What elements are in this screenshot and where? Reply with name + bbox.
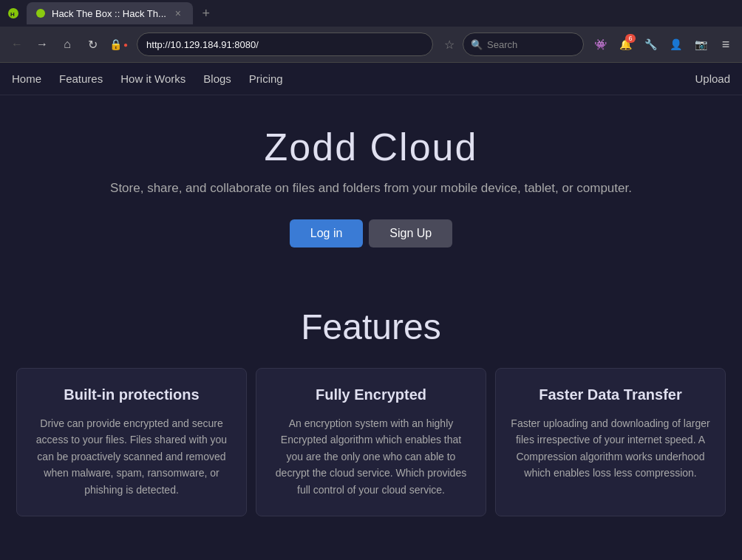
browser-tab[interactable]: Hack The Box :: Hack Th... × xyxy=(27,2,193,24)
hero-subtitle: Store, share, and collaborate on files a… xyxy=(15,181,727,196)
tab-bar: H Hack The Box :: Hack Th... × + xyxy=(0,0,742,27)
nav-link-how-it-works[interactable]: How it Works xyxy=(120,72,186,85)
features-title: Features xyxy=(15,307,727,347)
security-dot-icon: ● xyxy=(123,41,128,49)
features-section: Features Built-in protections Drive can … xyxy=(0,292,742,531)
browser-favicon: H xyxy=(6,6,21,21)
nav-link-pricing[interactable]: Pricing xyxy=(249,72,283,85)
svg-point-2 xyxy=(36,9,45,18)
search-bar[interactable]: 🔍 xyxy=(463,33,584,56)
new-tab-button[interactable]: + xyxy=(196,3,217,24)
notification-button[interactable]: 🔔 6 xyxy=(615,34,636,55)
svg-text:H: H xyxy=(10,11,15,18)
wrench-button[interactable]: 🔧 xyxy=(640,34,661,55)
menu-button[interactable]: ≡ xyxy=(715,34,736,55)
browser-actions: 👾 🔔 6 🔧 👤 📷 ≡ xyxy=(590,34,736,55)
nav-link-blogs[interactable]: Blogs xyxy=(203,72,231,85)
address-bar[interactable]: http://10.129.184.91:8080/ xyxy=(137,33,433,56)
address-text: http://10.129.184.91:8080/ xyxy=(146,39,259,50)
security-icons: 🔒 ● xyxy=(109,38,128,50)
mask-button[interactable]: 👾 xyxy=(590,34,610,55)
feature-card-1: Fully Encrypted An encryption system wit… xyxy=(256,368,486,516)
nav-links: Home Features How it Works Blogs Pricing xyxy=(12,72,695,85)
forward-button[interactable]: → xyxy=(31,33,53,55)
tab-close-button[interactable]: × xyxy=(172,7,184,19)
feature-card-text-2: Faster uploading and downloading of larg… xyxy=(511,415,710,482)
back-button[interactable]: ← xyxy=(6,33,28,55)
feature-card-title-2: Faster Data Transfer xyxy=(511,386,710,403)
bookmark-button[interactable]: ☆ xyxy=(439,34,460,55)
feature-card-text-1: An encryption system with an highly Encr… xyxy=(271,415,471,498)
search-input[interactable] xyxy=(487,39,576,50)
nav-link-home[interactable]: Home xyxy=(12,72,41,85)
profile-button[interactable]: 👤 xyxy=(665,34,686,55)
main-content: Zodd Cloud Store, share, and collaborate… xyxy=(0,95,742,292)
upload-button[interactable]: Upload xyxy=(695,72,730,85)
camera-button[interactable]: 📷 xyxy=(690,34,711,55)
feature-card-text-0: Drive can provide encrypted and secure a… xyxy=(32,415,231,498)
lock-icon: 🔒 xyxy=(109,38,122,50)
browser-toolbar: ← → ⌂ ↻ 🔒 ● http://10.129.184.91:8080/ ☆… xyxy=(0,27,742,62)
feature-card-title-0: Built-in protections xyxy=(32,386,231,403)
home-button[interactable]: ⌂ xyxy=(56,33,78,55)
refresh-button[interactable]: ↻ xyxy=(81,33,103,55)
login-button[interactable]: Log in xyxy=(290,219,364,247)
signup-button[interactable]: Sign Up xyxy=(369,219,452,247)
notification-badge: 6 xyxy=(625,34,636,43)
tab-title: Hack The Box :: Hack Th... xyxy=(52,8,166,19)
cta-buttons: Log in Sign Up xyxy=(15,219,727,247)
hero-title: Zodd Cloud xyxy=(15,125,727,169)
search-icon: 🔍 xyxy=(471,39,483,50)
feature-card-0: Built-in protections Drive can provide e… xyxy=(16,368,247,516)
tab-favicon xyxy=(35,8,46,18)
page-navigation: Home Features How it Works Blogs Pricing… xyxy=(0,63,742,95)
browser-chrome: H Hack The Box :: Hack Th... × + ← → ⌂ ↻… xyxy=(0,0,742,63)
feature-card-2: Faster Data Transfer Faster uploading an… xyxy=(495,368,726,516)
feature-card-title-1: Fully Encrypted xyxy=(271,386,471,403)
nav-link-features[interactable]: Features xyxy=(59,72,103,85)
features-grid: Built-in protections Drive can provide e… xyxy=(16,368,726,516)
